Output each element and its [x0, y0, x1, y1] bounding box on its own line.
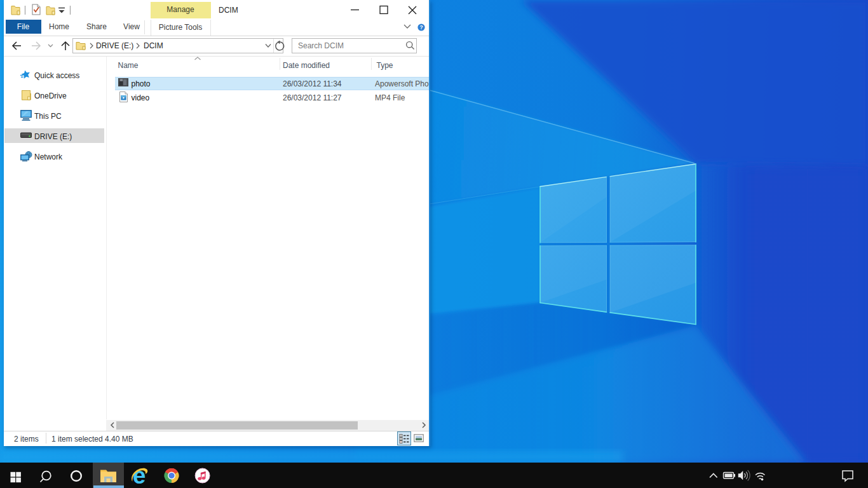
svg-text:e: e — [133, 463, 146, 488]
svg-text:?: ? — [419, 24, 423, 30]
